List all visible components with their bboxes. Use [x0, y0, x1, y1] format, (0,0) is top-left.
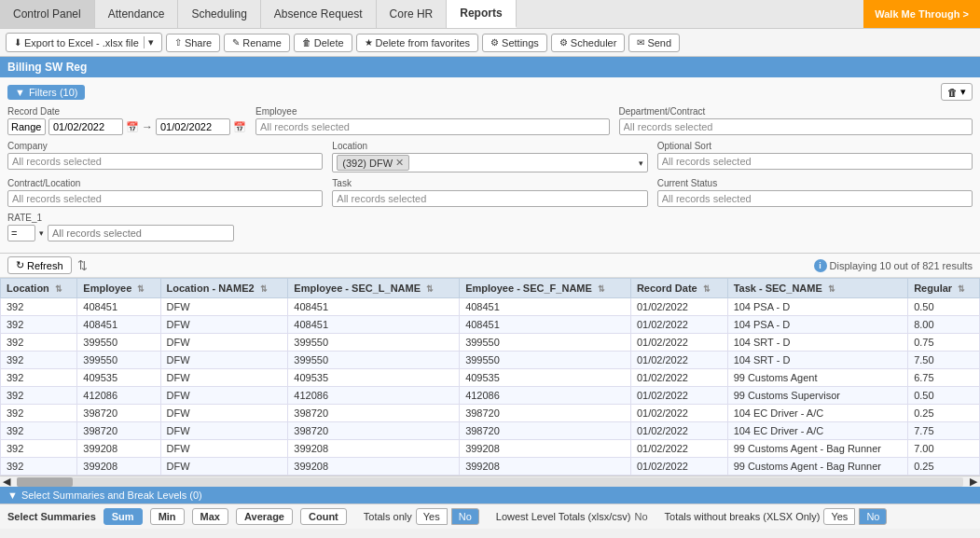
breaks-yes-button[interactable]: Yes	[823, 508, 855, 525]
col-employee-sec-fname[interactable]: Employee - SEC_F_NAME ⇅	[460, 279, 631, 298]
col-regular[interactable]: Regular ⇅	[908, 279, 980, 298]
trash-icon: 🗑	[947, 87, 958, 98]
filter-company: Company All records selected	[7, 141, 323, 170]
col-employee-sec-lname[interactable]: Employee - SEC_L_NAME ⇅	[288, 279, 460, 298]
nav-attendance[interactable]: Attendance	[95, 0, 179, 28]
scrollbar-track[interactable]	[17, 477, 963, 487]
table-cell: 399550	[77, 334, 160, 352]
date-to-input[interactable]	[156, 118, 230, 135]
dept-contract-select[interactable]: All records selected	[619, 118, 973, 135]
table-cell: 412086	[288, 387, 460, 405]
filter-task: Task All records selected	[332, 178, 647, 207]
col-location-name2[interactable]: Location - NAME2 ⇅	[160, 279, 288, 298]
col-location[interactable]: Location ⇅	[1, 279, 77, 298]
settings-button[interactable]: ⚙ Settings	[482, 34, 547, 52]
filter-clear-dropdown[interactable]: ▾	[960, 86, 966, 98]
rate-op-dropdown[interactable]: ▾	[39, 228, 44, 238]
task-select[interactable]: All records selected	[332, 190, 647, 207]
rate-value-input[interactable]	[48, 225, 234, 241]
summaries-bar[interactable]: ▼ Select Summaries and Break Levels (0)	[0, 487, 980, 504]
delete-favorites-button[interactable]: ★ Delete from favorites	[356, 34, 478, 52]
refresh-button[interactable]: ↻ Refresh	[7, 256, 72, 274]
sort-task-icon[interactable]: ⇅	[828, 284, 835, 294]
filter-row-2: Company All records selected Location (3…	[7, 141, 973, 172]
star-icon: ★	[365, 37, 373, 48]
nav-control-panel[interactable]: Control Panel	[0, 0, 95, 28]
table-cell: 392	[1, 316, 77, 334]
table-cell: 99 Customs Agent - Bag Runner	[727, 458, 908, 476]
contract-location-select[interactable]: All records selected	[7, 190, 323, 207]
sort-regular-icon[interactable]: ⇅	[958, 284, 965, 294]
max-button[interactable]: Max	[192, 508, 228, 525]
calendar-to-icon[interactable]: 📅	[233, 121, 246, 133]
filter-rate: RATE_1 =<> ▾	[7, 213, 234, 241]
filter-clear-button[interactable]: 🗑 ▾	[941, 83, 973, 101]
totals-no-button[interactable]: No	[451, 508, 479, 525]
table-cell: 0.25	[908, 405, 980, 422]
calendar-from-icon[interactable]: 📅	[126, 121, 139, 133]
sort-icon[interactable]: ⇅	[77, 258, 88, 272]
table-cell: 01/02/2022	[630, 298, 727, 316]
filters-header: ▼ Filters (10) 🗑 ▾	[7, 83, 973, 101]
table-cell: DFW	[160, 387, 288, 405]
count-button[interactable]: Count	[300, 508, 347, 525]
nav-reports[interactable]: Reports	[447, 0, 516, 28]
table-row: 392408451DFW40845140845101/02/2022104 PS…	[1, 298, 980, 316]
nav-scheduling[interactable]: Scheduling	[178, 0, 260, 28]
table-cell: 0.50	[908, 387, 980, 405]
nav-core-hr[interactable]: Core HR	[377, 0, 448, 28]
horizontal-scroll[interactable]: ◀ ▶	[0, 476, 980, 487]
table-cell: 399550	[288, 334, 460, 352]
send-button[interactable]: ✉ Send	[628, 34, 680, 52]
export-button[interactable]: ⬇ Export to Excel - .xlsx file ▾	[6, 33, 162, 52]
top-navigation: Control Panel Attendance Scheduling Abse…	[0, 0, 980, 29]
min-button[interactable]: Min	[150, 508, 185, 525]
company-select[interactable]: All records selected	[7, 153, 323, 170]
totals-yes-button[interactable]: Yes	[416, 508, 448, 525]
filters-toggle[interactable]: ▼ Filters (10)	[7, 85, 85, 100]
sort-employee-icon[interactable]: ⇅	[137, 284, 145, 294]
select-summaries-label: Select Summaries	[7, 511, 96, 522]
optional-sort-select[interactable]: All records selected	[657, 153, 973, 170]
walk-me-button[interactable]: Walk Me Through >	[863, 0, 980, 28]
col-record-date[interactable]: Record Date ⇅	[630, 279, 727, 298]
table-cell: DFW	[160, 405, 288, 422]
table-cell: 392	[1, 405, 77, 422]
location-dropdown-icon[interactable]: ▾	[639, 159, 643, 168]
table-cell: 01/02/2022	[630, 440, 727, 458]
table-cell: 398720	[77, 422, 160, 440]
table-cell: 7.00	[908, 440, 980, 458]
data-table: Location ⇅ Employee ⇅ Location - NAME2 ⇅…	[0, 278, 980, 476]
scroll-right-icon[interactable]: ▶	[967, 476, 980, 488]
sum-button[interactable]: Sum	[104, 508, 143, 525]
average-button[interactable]: Average	[236, 508, 293, 525]
share-button[interactable]: ⇧ Share	[166, 34, 220, 52]
sort-lname-icon[interactable]: ⇅	[426, 284, 434, 294]
sort-record-date-icon[interactable]: ⇅	[703, 284, 711, 294]
current-status-select[interactable]: All records selected	[657, 190, 973, 207]
scheduler-button[interactable]: ⚙ Scheduler	[551, 34, 626, 52]
employee-select[interactable]: All records selected	[255, 118, 610, 135]
filter-row-4: RATE_1 =<> ▾	[7, 213, 973, 241]
sort-location-icon[interactable]: ⇅	[55, 284, 62, 294]
col-employee[interactable]: Employee ⇅	[77, 279, 160, 298]
breaks-no-button[interactable]: No	[859, 508, 887, 525]
table-cell: 392	[1, 369, 77, 387]
nav-absence-request[interactable]: Absence Request	[261, 0, 377, 28]
rate-operator-select[interactable]: =<>	[7, 225, 35, 241]
refresh-icon: ↻	[16, 259, 24, 271]
delete-button[interactable]: 🗑 Delete	[294, 34, 352, 52]
sort-location-name2-icon[interactable]: ⇅	[260, 284, 268, 294]
export-dropdown-icon[interactable]: ▾	[144, 36, 154, 48]
table-row: 392398720DFW39872039872001/02/2022104 EC…	[1, 422, 980, 440]
table-row: 392399208DFW39920839920801/02/202299 Cus…	[1, 440, 980, 458]
date-from-input[interactable]	[48, 118, 123, 135]
rename-button[interactable]: ✎ Rename	[224, 34, 290, 52]
scrollbar-thumb[interactable]	[17, 477, 73, 487]
scroll-left-icon[interactable]: ◀	[0, 476, 13, 488]
table-cell: 0.50	[908, 298, 980, 316]
date-type-select[interactable]: Range	[7, 118, 46, 135]
sort-fname-icon[interactable]: ⇅	[598, 284, 605, 294]
col-task-sec-name[interactable]: Task - SEC_NAME ⇅	[727, 279, 908, 298]
location-remove-icon[interactable]: ✕	[395, 157, 404, 169]
